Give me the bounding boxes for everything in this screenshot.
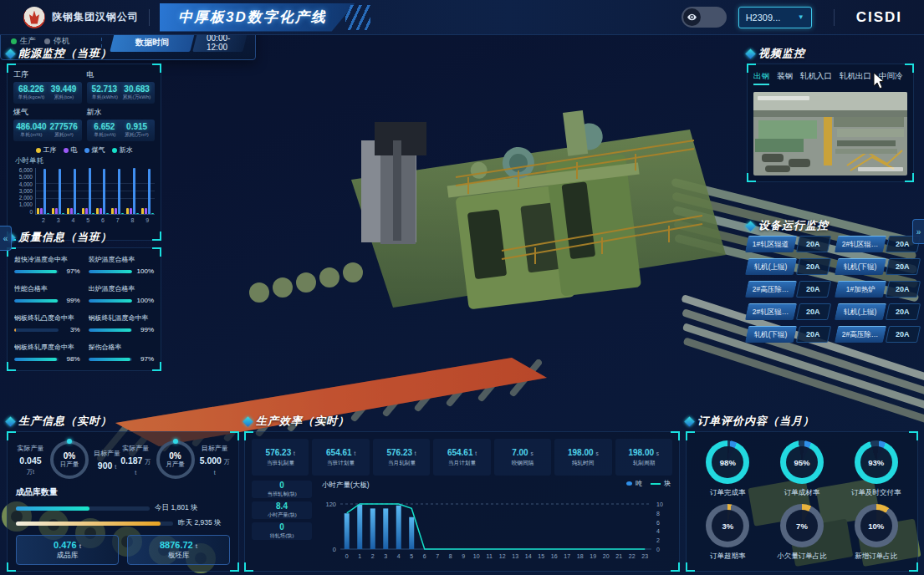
quality-metric: 探伤合格率97% — [89, 343, 155, 365]
panel-diamond-icon — [5, 416, 16, 427]
equipment-panel: 设备运行监控 1#轧区辊道20A2#轧区辊…20A轧机(上辊)20A轧机(下辊)… — [747, 219, 918, 343]
equipment-item: 2#高压除…20A — [747, 281, 830, 298]
slab-stock-card: 8876.72 t 板坯库 — [127, 535, 230, 565]
svg-text:12: 12 — [499, 553, 506, 559]
hourly-output-chart: 小时产量(大板) 吨 块 012345678910111213141516171… — [319, 481, 672, 540]
video-panel: 视频监控 出钢装钢轧机入口轧机出口中间冷电动辊 — [747, 47, 914, 182]
video-tab-1[interactable]: 出钢 — [753, 71, 769, 85]
efficiency-stat-card: 654.61 t当班计划量 — [312, 439, 369, 476]
video-panel-title: 视频监控 — [758, 46, 805, 61]
inventory-bar-today: 今日 1,801 块 — [16, 503, 230, 513]
divider — [834, 9, 835, 26]
svg-text:23: 23 — [641, 553, 648, 559]
right-panel-collapse-handle[interactable]: » — [912, 219, 924, 244]
quality-metric: 性能合格率99% — [14, 284, 80, 307]
efficiency-stat-card: 198.00 s纯轧时间 — [554, 439, 611, 476]
orders-panel: 订单评价内容（当月） 98%订单完成率95%订单成材率93%订单及时交付率3%订… — [686, 415, 918, 572]
equipment-item: 轧机(上辊)20A — [747, 258, 830, 275]
energy-card-electricity: 电 52.713单耗(kWh/t)30.683累耗(万kWh) — [87, 69, 156, 104]
energy-chart-title: 小时单耗 — [15, 156, 155, 166]
svg-text:2: 2 — [656, 537, 660, 543]
efficiency-side-card: 0当班轧制(块) — [252, 481, 312, 498]
order-donut: 3%订单超期率 — [692, 504, 764, 562]
efficiency-stat-card: 7.00 s咬钢间隔 — [494, 439, 551, 476]
equipment-panel-title: 设备运行监控 — [758, 218, 829, 233]
divider — [149, 9, 150, 26]
title-stripes-decoration — [345, 5, 370, 30]
order-donut: 98%订单完成率 — [692, 440, 764, 499]
panel-diamond-icon — [5, 48, 16, 59]
equipment-grid: 1#轧区辊道20A2#轧区辊…20A轧机(上辊)20A轧机(下辊)20A2#高压… — [747, 236, 918, 343]
video-tab-5[interactable]: 中间冷 — [879, 71, 903, 85]
company-name: 陕钢集团汉钢公司 — [52, 10, 139, 24]
svg-text:0: 0 — [345, 553, 349, 559]
svg-text:3: 3 — [384, 553, 387, 559]
svg-text:10: 10 — [473, 553, 480, 559]
efficiency-panel: 生产效率（实时） 576.23 t当班轧制量654.61 t当班计划量576.2… — [244, 415, 680, 572]
line-selector-dropdown[interactable]: H2309... ▼ — [738, 7, 812, 28]
hourly-output-chart-title: 小时产量(大板) — [322, 481, 370, 491]
energy-chart-y-axis: 6,0005,0004,0003,0002,0001,0000 — [13, 168, 35, 215]
video-tab-2[interactable]: 装钢 — [777, 71, 793, 85]
line-selector-value: H2309... — [746, 13, 781, 23]
svg-text:6: 6 — [656, 520, 660, 526]
svg-text:16: 16 — [551, 553, 558, 559]
quality-metric: 钢板终轧温度命中率99% — [89, 313, 155, 336]
quality-metric: 钢板终轧凸度命中率3% — [14, 313, 80, 336]
svg-text:120: 120 — [325, 501, 336, 508]
svg-text:8: 8 — [449, 553, 452, 559]
svg-text:18: 18 — [577, 553, 584, 559]
efficiency-side-card: 8.4小时产量(块) — [252, 501, 312, 519]
panel-diamond-icon — [684, 416, 695, 427]
svg-text:4: 4 — [397, 553, 401, 559]
svg-text:9: 9 — [462, 553, 465, 559]
cisdi-logo: CISDI — [856, 9, 902, 26]
panel-diamond-icon — [745, 221, 756, 232]
svg-text:17: 17 — [564, 553, 570, 559]
monthly-output-group: 实际产量 0.187 万t 0% 月产量 目标产量 5.000 万t — [120, 440, 230, 479]
equipment-item: 1#加热炉20A — [836, 281, 919, 298]
cctv-still-image — [753, 92, 907, 176]
equipment-item: 2#轧区辊…20A — [836, 236, 919, 252]
energy-metric-grid: 工序 68.226单耗(kgce/t)39.449累耗(tce) 电 52.71… — [13, 69, 155, 141]
production-panel: 生产信息（实时） 实际产量 0.045 万t 0% 日产量 目标产量 900 t… — [7, 415, 239, 572]
svg-text:4: 4 — [656, 528, 660, 534]
quality-metric: 装炉温度合格率100% — [89, 255, 155, 277]
equipment-item: 轧机(上辊)20A — [836, 303, 919, 320]
left-panel-collapse-handle[interactable]: « — [0, 226, 12, 251]
equipment-item: 2#轧区辊…20A — [747, 303, 830, 320]
efficiency-side-stats: 0当班轧制(块)8.4小时产量(块)0待轧坯(块) — [252, 481, 312, 540]
svg-text:6: 6 — [423, 553, 426, 559]
cctv-video-feed[interactable] — [753, 92, 907, 176]
svg-text:0: 0 — [333, 546, 336, 553]
energy-card-water: 新水 6.652单耗(m³/t)0.915累耗(万m³) — [87, 107, 156, 141]
orders-panel-title: 订单评价内容（当月） — [697, 414, 814, 429]
order-donut: 95%订单成材率 — [766, 440, 839, 499]
video-tab-3[interactable]: 轧机入口 — [800, 71, 832, 85]
quality-metric: 出炉温度合格率100% — [89, 284, 155, 307]
order-donut: 7%小欠量订单占比 — [766, 504, 839, 562]
app-title-plate: 中厚板3D数字化产线 — [160, 3, 355, 32]
equipment-item: 1#轧区辊道20A — [747, 236, 830, 252]
energy-chart-legend: 工序 电 煤气 新水 — [13, 145, 155, 155]
order-donut: 10%新增订单占比 — [840, 504, 912, 562]
svg-text:7: 7 — [436, 553, 439, 559]
efficiency-stat-card: 198.00 s轧制周期 — [615, 439, 672, 476]
data-time-value: 00:00-12:00 — [192, 33, 247, 52]
chevron-down-icon: ▼ — [798, 13, 804, 21]
quality-metric: 钢板终轧厚度命中率98% — [14, 343, 80, 365]
svg-text:21: 21 — [615, 553, 622, 559]
panel-diamond-icon — [242, 416, 253, 427]
energy-panel-title: 能源监控（当班） — [18, 46, 112, 61]
daily-output-group: 实际产量 0.045 万t 0% 日产量 目标产量 900 t — [16, 440, 120, 479]
svg-text:1: 1 — [358, 553, 361, 559]
equipment-item: 轧机(下辊)20A — [747, 326, 830, 343]
visibility-toggle[interactable] — [682, 7, 727, 28]
equipment-item: 2#高压除…20A — [836, 326, 919, 343]
svg-text:2: 2 — [371, 553, 375, 559]
video-tab-4[interactable]: 轧机出口 — [840, 71, 871, 85]
quality-metric: 超快冷温度命中率97% — [14, 255, 80, 277]
svg-text:13: 13 — [512, 553, 518, 559]
efficiency-stat-card: 576.23 t当班轧制量 — [252, 439, 309, 476]
video-camera-tabs: 出钢装钢轧机入口轧机出口中间冷电动辊 — [753, 71, 907, 85]
